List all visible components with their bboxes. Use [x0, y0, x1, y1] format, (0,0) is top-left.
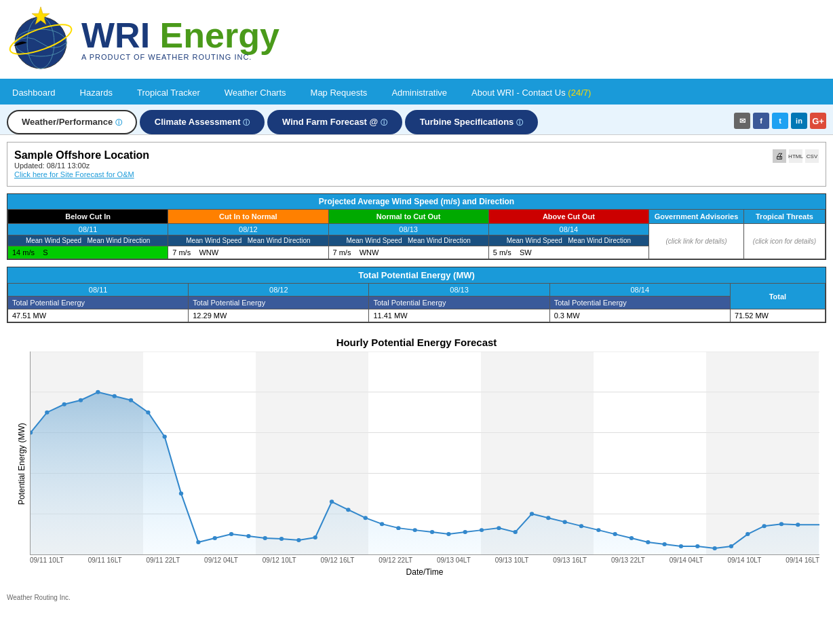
svg-point-57: [745, 532, 750, 536]
legend-cut-normal: Cut In to Normal: [168, 210, 328, 224]
wind-data-0812: 7 m/s WNW: [168, 246, 328, 259]
svg-point-39: [446, 532, 450, 536]
googleplus-icon[interactable]: G+: [810, 113, 826, 129]
svg-point-58: [762, 524, 766, 528]
svg-point-22: [163, 435, 167, 439]
chart-svg: 0 1 2 3 4 5: [31, 352, 819, 554]
chart-xlabel: Date/Time: [30, 567, 819, 577]
svg-point-32: [330, 499, 334, 504]
nav-hazards[interactable]: Hazards: [68, 81, 125, 105]
tropical-threats-detail[interactable]: (click icon for details): [744, 224, 826, 259]
logo-globe: [7, 5, 75, 73]
svg-point-27: [246, 534, 250, 538]
nav-dashboard[interactable]: Dashboard: [0, 81, 68, 105]
xlabel-0: 09/11 10LT: [30, 556, 64, 564]
energy-label-0: Total Potential Energy: [8, 297, 189, 309]
energy-date-1: 08/12: [189, 284, 369, 297]
energy-date-3: 08/14: [549, 284, 730, 297]
nav-administrative[interactable]: Administrative: [379, 81, 459, 105]
print-icon[interactable]: 🖨: [773, 149, 786, 163]
svg-point-18: [96, 390, 100, 394]
energy-val-1: 12.29 MW: [189, 309, 369, 322]
linkedin-icon[interactable]: in: [791, 113, 807, 129]
energy-label-2: Total Potential Energy: [369, 297, 549, 309]
svg-point-31: [313, 535, 317, 539]
col-speed-0: Mean Wind Speed Mean Wind Direction: [8, 235, 168, 246]
svg-point-59: [779, 522, 783, 526]
wind-data-0811: 14 m/s S: [8, 246, 168, 259]
energy-val-2: 11.41 MW: [369, 309, 549, 322]
svg-point-53: [679, 544, 683, 548]
logo-name: WRI Energy: [81, 18, 279, 53]
svg-point-47: [579, 524, 583, 528]
gov-advisory-detail[interactable]: (click link for details): [649, 224, 744, 259]
nav-weather-charts[interactable]: Weather Charts: [212, 81, 298, 105]
nav-tropical-tracker[interactable]: Tropical Tracker: [125, 81, 212, 105]
energy-total-val: 71.52 MW: [730, 309, 825, 322]
tab-wind-farm-forecast[interactable]: Wind Farm Forecast @ ⓘ: [267, 110, 402, 134]
tab-weather-performance[interactable]: Weather/Performance ⓘ: [7, 110, 137, 134]
col-speed-3: Mean Wind Speed Mean Wind Direction: [488, 235, 648, 246]
xlabel-3: 09/12 04LT: [204, 556, 238, 564]
svg-point-20: [129, 398, 133, 402]
wind-data-0813: 7 m/s WNW: [328, 246, 488, 259]
xlabel-13: 09/14 16LT: [786, 556, 819, 564]
logo-wri: WRI: [81, 16, 150, 55]
chart-ylabel: Potential Energy (MW): [14, 352, 30, 577]
nav-map-requests[interactable]: Map Requests: [298, 81, 380, 105]
site-forecast-link[interactable]: Click here for Site Forecast for O&M: [14, 170, 134, 178]
tabs-bar: Weather/Performance ⓘ Climate Assessment…: [0, 105, 833, 135]
twitter-icon[interactable]: t: [772, 113, 788, 129]
svg-point-50: [629, 536, 634, 540]
svg-point-36: [396, 526, 400, 530]
gov-advisories-header: Government Advisories: [649, 210, 744, 224]
col-speed-2: Mean Wind Speed Mean Wind Direction: [328, 235, 488, 246]
svg-point-28: [263, 536, 267, 540]
xlabel-12: 09/14 10LT: [727, 556, 761, 564]
svg-point-51: [646, 540, 650, 544]
svg-point-54: [695, 544, 699, 548]
svg-point-42: [497, 526, 501, 530]
svg-point-33: [346, 508, 350, 512]
xlabel-7: 09/13 04LT: [437, 556, 471, 564]
svg-point-41: [480, 528, 484, 532]
wind-data-0814: 5 m/s SW: [488, 246, 648, 259]
tab-climate-assessment[interactable]: Climate Assessment ⓘ: [140, 110, 265, 134]
nav-24-7: (24/7): [568, 88, 591, 98]
energy-inner-table: 08/11 08/12 08/13 08/14 Total Total Pote…: [7, 283, 826, 322]
logo-sub: A Product of Weather Routing Inc.: [81, 53, 279, 61]
html-icon[interactable]: HTML: [789, 149, 802, 163]
svg-point-24: [196, 540, 200, 544]
energy-date-0: 08/11: [8, 284, 189, 297]
svg-point-46: [562, 520, 566, 524]
tabs-left: Weather/Performance ⓘ Climate Assessment…: [7, 110, 538, 134]
site-title: Sample Offshore Location: [14, 149, 149, 162]
email-icon[interactable]: ✉: [734, 113, 750, 129]
svg-point-52: [662, 542, 666, 546]
footer: Weather Routing Inc.: [0, 590, 833, 605]
tabs-right: ✉ f t in G+: [734, 113, 826, 134]
facebook-icon[interactable]: f: [753, 113, 769, 129]
svg-point-35: [380, 522, 384, 526]
legend-normal-cutout: Normal to Cut Out: [328, 210, 488, 224]
svg-point-30: [296, 538, 301, 542]
date-0812: 08/12: [168, 224, 328, 235]
xlabel-9: 09/13 16LT: [553, 556, 587, 564]
tab-turbine-specifications[interactable]: Turbine Specifications ⓘ: [405, 110, 538, 134]
energy-label-3: Total Potential Energy: [549, 297, 730, 309]
wind-table-header: Projected Average Wind Speed (m/s) and D…: [7, 194, 826, 209]
energy-val-3: 0.3 MW: [549, 309, 730, 322]
energy-date-row: 08/11 08/12 08/13 08/14 Total: [8, 284, 826, 297]
energy-label-row: Total Potential Energy Total Potential E…: [8, 297, 826, 309]
logo-text: WRI Energy A Product of Weather Routing …: [81, 18, 279, 61]
svg-point-56: [729, 544, 733, 548]
nav-about[interactable]: About WRI - Contact Us (24/7): [459, 81, 603, 105]
svg-point-15: [45, 411, 49, 415]
xlabel-1: 09/11 16LT: [88, 556, 122, 564]
xlabel-11: 09/14 04LT: [670, 556, 703, 564]
svg-point-48: [596, 528, 600, 532]
xlabel-6: 09/12 22LT: [379, 556, 412, 564]
csv-icon[interactable]: CSV: [805, 149, 819, 163]
svg-point-19: [113, 394, 117, 398]
chart-wrap: Potential Energy (MW): [14, 352, 819, 577]
